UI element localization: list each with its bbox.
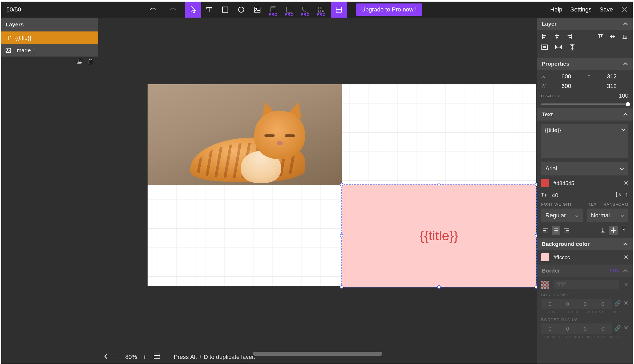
tool-rectangle[interactable] [217,2,233,18]
section-title: Background color [542,241,590,247]
section-text-header[interactable]: Text [537,108,633,121]
y-input[interactable]: 312 [595,73,629,80]
y-label: Y [587,74,592,79]
svg-text:A: A [619,193,621,197]
vertical-align-middle-icon[interactable] [609,226,618,235]
opacity-value[interactable]: 100 [619,92,628,99]
close-button[interactable] [621,6,628,13]
canvas-area[interactable]: {{title}} − 80% + Press Alt + D to dupli… [98,18,537,364]
tool-grid[interactable] [331,2,347,18]
w-input[interactable]: 600 [550,83,583,90]
align-right-icon[interactable] [566,33,573,40]
save-link[interactable]: Save [600,6,613,13]
text-align-left-icon[interactable] [541,226,550,235]
section-title: Layer [542,21,557,27]
artboard[interactable]: {{title}} [148,84,536,286]
link-values-icon[interactable]: 🔗 [614,325,621,331]
font-weight-label: FONT WEIGHT [541,202,572,206]
tool-image[interactable] [249,2,265,18]
section-properties-header[interactable]: Properties [537,58,633,70]
chevron-up-icon [623,267,628,274]
opacity-slider[interactable] [541,103,628,105]
clear-bg-icon[interactable]: ✕ [624,254,628,261]
pro-badge: PRO [301,12,310,17]
bg-color-value[interactable]: #ffcccc [553,254,570,261]
history-counter: 50/50 [6,6,21,13]
link-values-icon[interactable]: 🔗 [614,300,621,306]
svg-rect-14 [78,59,82,63]
canvas-text-content: {{title}} [342,185,536,287]
hint-text: Press Alt + D to duplicate layer. [174,354,255,361]
clear-icon[interactable]: ✕ [624,325,628,331]
align-center-h-icon[interactable] [553,33,560,40]
clear-icon[interactable]: ✕ [624,300,628,307]
tool-qr[interactable]: PRO [313,2,329,18]
vertical-align-bottom-icon[interactable] [599,226,607,235]
undo-button[interactable] [149,6,156,13]
fit-icon[interactable] [153,353,160,361]
chevron-down-icon[interactable] [621,126,626,133]
text-color-value[interactable]: #d84545 [553,180,574,186]
text-transform-select[interactable]: Normal [587,209,629,222]
stretch-h-icon[interactable] [555,44,562,51]
layers-panel: Layers {{title}} Image 1 [1,18,98,364]
font-family-select[interactable]: Arial [541,162,628,175]
align-bottom-icon[interactable] [621,33,628,40]
chevron-down-icon [619,165,624,172]
border-color-swatch[interactable] [541,281,549,289]
clear-border-icon[interactable]: ✕ [624,281,628,288]
tool-text[interactable] [201,2,217,18]
tool-ellipse[interactable] [233,2,249,18]
vertical-align-top-icon[interactable] [620,226,628,235]
h-input[interactable]: 312 [595,83,629,90]
settings-link[interactable]: Settings [570,6,592,13]
stretch-v-icon[interactable] [569,44,576,51]
tool-pro-2[interactable]: PRO [281,2,297,18]
text-align-right-icon[interactable] [562,226,571,235]
zoom-out-button[interactable]: − [115,353,119,361]
x-input[interactable]: 600 [550,73,583,80]
border-radius-label: BORDER RADIUS [541,317,628,322]
align-center-v-icon[interactable] [609,33,616,40]
canvas-image-layer[interactable] [148,84,342,185]
text-color-swatch[interactable] [541,179,549,187]
zoom-in-button[interactable]: + [143,353,146,361]
text-content-input[interactable]: {{title}} [541,124,628,158]
text-align-center-icon[interactable] [552,226,560,235]
tool-select[interactable] [185,2,201,18]
status-bar: − 80% + Press Alt + D to duplicate layer… [98,350,537,364]
align-top-icon[interactable] [597,33,604,40]
tool-multi-image[interactable]: PRO [265,2,281,18]
svg-rect-11 [6,48,11,53]
section-bg-header[interactable]: Background color [537,238,633,250]
border-color-input[interactable]: fffffff [553,280,619,289]
duplicate-layer-icon[interactable] [76,58,83,66]
font-weight-select[interactable]: Regular [541,209,583,222]
delete-layer-icon[interactable] [88,58,93,66]
redo-button[interactable] [169,6,176,13]
svg-rect-17 [543,46,546,48]
font-size-input[interactable]: 40 [552,192,558,199]
topbar: 50/50 PRO [1,2,633,18]
layer-row[interactable]: Image 1 [1,44,98,57]
layer-row[interactable]: {{title}} [1,31,98,44]
section-border-header[interactable]: Border PRO [537,265,633,277]
section-layer-header[interactable]: Layer [537,18,633,30]
pro-badge: PRO [285,12,294,17]
border-width-label: BORDER WIDTH [541,293,628,297]
border-width-inputs[interactable]: 0 0 0 0 [541,299,612,309]
line-height-input[interactable]: 1 [625,192,628,199]
canvas-text-layer[interactable]: {{title}} [342,185,536,287]
upgrade-button[interactable]: Upgrade to Pro now ! [356,3,422,16]
fit-to-canvas-icon[interactable] [541,44,548,51]
section-title: Properties [542,61,569,67]
bg-color-swatch[interactable] [541,253,549,261]
border-radius-inputs[interactable]: 0 0 0 0 [541,323,612,334]
collapse-panel-icon[interactable] [104,353,108,361]
zoom-level: 80% [125,354,137,361]
clear-color-icon[interactable]: ✕ [624,180,628,187]
chevron-up-icon [623,61,628,67]
help-link[interactable]: Help [550,6,562,13]
tool-pro-3[interactable]: PRO [297,2,313,18]
align-left-icon[interactable] [541,33,548,40]
